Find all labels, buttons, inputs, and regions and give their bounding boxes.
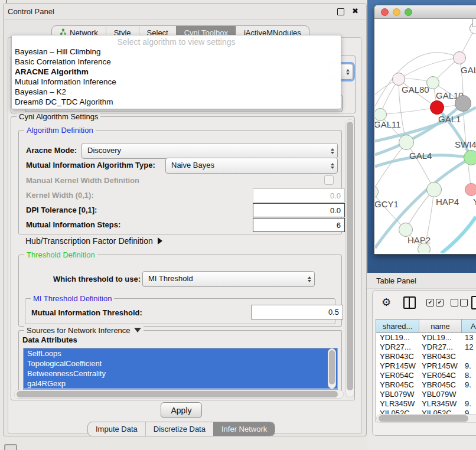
node-swi4[interactable] (464, 150, 476, 165)
tab-infer-network-label: Infer Network (221, 425, 267, 433)
column-header-name[interactable]: name (419, 319, 462, 332)
attribute-gal4rgexp[interactable]: gal4RGexp (24, 379, 337, 389)
table-row-2[interactable]: YBR043CYBR043C (376, 352, 476, 361)
sources-group-label: Sources for Network Inference (27, 326, 131, 335)
table-row-1[interactable]: YDR27...YDR27...12 (376, 343, 476, 352)
table-row-0[interactable]: YDL19...YDL19...13 (376, 333, 476, 343)
node-gal1[interactable] (430, 100, 444, 115)
tab-impute-data[interactable]: Impute Data (88, 422, 145, 436)
kernel-width-input[interactable]: 0.0 (253, 188, 345, 203)
table-row-4[interactable]: YER054CYER054C8. (376, 371, 476, 380)
node-gal10[interactable] (426, 76, 439, 89)
settings-horizontal-scrollbar[interactable] (14, 390, 344, 399)
node-partial-bottom[interactable] (418, 243, 431, 253)
mi-algorithm-type-combobox[interactable]: Naive Bayes (165, 158, 338, 174)
file-icon[interactable] (471, 296, 476, 309)
which-threshold-combobox[interactable]: MI Threshold (142, 271, 315, 287)
column-layout-icon[interactable] (403, 296, 416, 309)
table-row-6[interactable]: YBL079WYBL079W (376, 390, 476, 399)
table-toolbar: ⚙✔✔ (372, 295, 476, 314)
tab-infer-network[interactable]: Infer Network (213, 422, 275, 436)
attributes-scrollbar[interactable] (328, 348, 336, 389)
cell-5-0: YBR045C (376, 380, 419, 390)
cell-5-2: 9. (462, 380, 476, 390)
zoom-traffic-light-icon[interactable] (405, 8, 412, 16)
algorithm-option-mutual-information-inference[interactable]: Mutual Information Inference (12, 77, 341, 87)
deselect-all-checkbox-icon[interactable] (460, 299, 468, 306)
node-gray[interactable] (455, 95, 471, 112)
table-horizontal-scrollbar-thumb[interactable] (379, 415, 468, 422)
node-gal4[interactable] (399, 135, 414, 150)
data-attributes-label: Data Attributes (22, 335, 77, 344)
algorithm-dropdown-items: Bayesian – Hill ClimbingBasic Correlatio… (12, 47, 341, 107)
minimize-traffic-light-icon[interactable] (393, 8, 400, 16)
settings-vertical-scrollbar-thumb[interactable] (347, 122, 353, 390)
aracne-mode-label: Aracne Mode: (26, 146, 77, 155)
node-gal4-label: GAL4 (409, 151, 432, 161)
node-gal80-label: GAL80 (402, 84, 429, 94)
cell-1-0: YDR27... (376, 343, 419, 352)
attribute-selfloops[interactable]: SelfLoops (24, 348, 337, 358)
node-y-label: Y (473, 197, 476, 207)
table-horizontal-scrollbar[interactable] (376, 414, 476, 423)
threshold-definition-title: Threshold Definition (24, 250, 97, 259)
which-threshold-value: MI Threshold (148, 274, 301, 283)
panel-toggle-button[interactable] (4, 444, 17, 450)
attribute-betweennesscentrality[interactable]: BetweennessCentrality (24, 369, 337, 379)
node-gcy1-label: GCY1 (375, 199, 399, 209)
close-traffic-light-icon[interactable] (381, 8, 389, 16)
algorithm-option-aracne-algorithm[interactable]: ARACNE Algorithm (12, 67, 341, 77)
dpi-tolerance-input[interactable]: 0.0 (253, 203, 345, 217)
algorithm-option-basic-correlation-inference[interactable]: Basic Correlation Inference (12, 57, 341, 67)
collapse-down-icon (134, 328, 141, 332)
manual-kernel-width-label: Manual Kernel Width Definition (26, 176, 139, 185)
manual-kernel-width-checkbox[interactable] (324, 175, 334, 185)
node-y[interactable] (465, 183, 476, 196)
mi-threshold-input[interactable]: 0.5 (251, 305, 343, 319)
control-panel-body: Inference Algorithm gal-filtered.sif def… (8, 37, 362, 434)
aracne-mode-value: Discovery (87, 146, 324, 155)
select-all-checkbox-icon[interactable]: ✔ (436, 299, 444, 306)
attributes-scrollbar-thumb[interactable] (329, 350, 335, 384)
node-swi4-label: SWI4 (455, 139, 476, 149)
algorithm-option-bayesian-k2[interactable]: Bayesian – K2 (12, 87, 341, 97)
mi-threshold-definition-group: MI Threshold Definition Mutual Informati… (25, 298, 335, 324)
settings-gear-icon[interactable]: ⚙ (382, 296, 391, 309)
stepper-arrows-icon (331, 148, 334, 154)
edge-thin-1 (399, 58, 459, 79)
network-view-window: GALGAL80GAL10GAL1GAL11SWI4GAL4HAP4YGCY1H… (374, 5, 476, 255)
settings-horizontal-scrollbar-thumb[interactable] (17, 391, 338, 397)
column-header-shared[interactable]: shared... (376, 319, 419, 332)
table-row-5[interactable]: YBR045CYBR045C9. (376, 380, 476, 390)
cyni-algorithm-settings-group: Cyni Algorithm Settings Algorithm Defini… (11, 116, 355, 400)
tab-discretize-data[interactable]: Discretize Data (145, 422, 213, 436)
cell-3-1: YPR145W (419, 361, 462, 371)
dpi-tolerance-label: DPI Tolerance [0,1]: (26, 206, 97, 214)
table-panel-titlebar: Table Panel (367, 273, 476, 289)
node-gal80[interactable] (392, 73, 405, 86)
node-gal11-label: GAL11 (375, 119, 401, 129)
close-icon[interactable]: ✖ (352, 6, 358, 15)
deselect-all-checkbox-icon[interactable] (451, 299, 458, 306)
apply-button[interactable]: Apply (161, 402, 202, 418)
mi-steps-input[interactable]: 6 (253, 218, 345, 232)
network-canvas[interactable]: GALGAL80GAL10GAL1GAL11SWI4GAL4HAP4YGCY1H… (375, 19, 476, 253)
algorithm-option-dream8-dc-tdc-algorithm[interactable]: Dream8 DC_TDC Algorithm (12, 97, 341, 107)
cell-1-1: YDR27... (419, 343, 462, 352)
sources-group-title[interactable]: Sources for Network Inference (24, 326, 144, 335)
hub-definition-expander[interactable]: Hub/Transcription Factor Definition (25, 236, 162, 246)
attribute-topologicalcoefficient[interactable]: TopologicalCoefficient (24, 358, 337, 369)
settings-vertical-scrollbar[interactable] (345, 119, 354, 397)
node-hap4[interactable] (426, 182, 442, 197)
table-row-7[interactable]: YLR345WYLR345W9. (376, 399, 476, 409)
float-window-icon[interactable] (337, 8, 344, 15)
aracne-mode-combobox[interactable]: Discovery (81, 143, 338, 159)
stepper-arrows-icon (346, 69, 350, 75)
algorithm-option-bayesian-hill-climbing[interactable]: Bayesian – Hill Climbing (12, 47, 341, 57)
select-all-checkbox-icon[interactable]: ✔ (426, 299, 434, 306)
table-row-3[interactable]: YPR145WYPR145W9. (376, 361, 476, 371)
node-gal[interactable] (453, 51, 466, 64)
column-header-a[interactable]: A (462, 319, 476, 332)
edge-thin-11 (380, 107, 437, 115)
cell-0-2: 13 (462, 333, 476, 343)
